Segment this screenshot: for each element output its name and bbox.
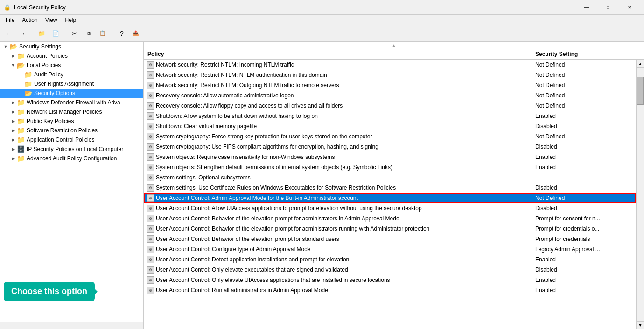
tree-expand-account-policies[interactable]: ▶ [9,52,17,60]
policy-row[interactable]: ⚙System objects: Strengthen default perm… [144,162,636,172]
policy-row[interactable]: ⚙System objects: Require case insensitiv… [144,152,636,162]
copy-button[interactable]: ⧉ [82,27,95,40]
policy-row[interactable]: ⚙System cryptography: Use FIPS compliant… [144,142,636,152]
toolbar-sep-1 [32,28,32,39]
policy-name: Shutdown: Clear virtual memory pagefile [155,123,532,130]
minimize-button[interactable]: — [576,0,597,15]
maximize-button[interactable]: □ [597,0,619,15]
policy-icon: ⚙ [146,215,155,222]
setting-column-header: Security Setting [532,51,634,57]
forward-button[interactable]: → [16,27,29,40]
policy-row[interactable]: ⚙User Account Control: Only elevate exec… [144,265,636,275]
tree-expand-ip-security[interactable]: ▶ [9,145,17,153]
policy-icon-img: ⚙ [147,174,154,181]
policy-row[interactable]: ⚙Network security: Restrict NTLM: Outgoi… [144,80,636,90]
policy-icon-img: ⚙ [147,276,154,284]
tree-label-audit-policy: Audit Policy [34,71,63,78]
tree-label-windows-defender: Windows Defender Firewall with Adva [27,99,120,106]
policy-icon: ⚙ [146,143,155,151]
export-button[interactable]: 📄 [49,27,62,40]
policy-row[interactable]: ⚙Network security: Restrict NTLM: Incomi… [144,60,636,70]
title-bar: 🔒 Local Security Policy — □ ✕ [0,0,644,15]
help-button[interactable]: ? [115,27,128,40]
tree-expand-public-key[interactable]: ▶ [9,117,17,125]
policy-row[interactable]: ⚙User Account Control: Allow UIAccess ap… [144,203,636,213]
policy-row[interactable]: ⚙User Account Control: Configure type of… [144,244,636,254]
paste-button[interactable]: 📋 [96,27,109,40]
tree-item-advanced-audit[interactable]: ▶📁Advanced Audit Policy Configuration [0,154,143,163]
tree-expand-audit-policy[interactable] [17,71,24,78]
menu-view[interactable]: View [42,16,61,24]
tree-container: ▼📂Security Settings▶📁Account Policies▼📂L… [0,42,143,163]
tree-item-account-policies[interactable]: ▶📁Account Policies [0,51,143,61]
scrollbar-up-arrow[interactable]: ▲ [637,60,644,68]
policy-row[interactable]: ⚙Shutdown: Clear virtual memory pagefile… [144,121,636,131]
tree-expand-security-options[interactable] [17,89,24,97]
menu-action[interactable]: Action [18,16,41,24]
tree-item-ip-security[interactable]: ▶🗄️IP Security Policies on Local Compute… [0,144,143,154]
policy-row[interactable]: ⚙User Account Control: Detect applicatio… [144,254,636,265]
policy-row[interactable]: ⚙Recovery console: Allow automatic admin… [144,90,636,101]
right-scrollbar[interactable]: ▲ ▼ [636,60,644,329]
policy-row[interactable]: ⚙User Account Control: Run all administr… [144,285,636,295]
policy-name: User Account Control: Behavior of the el… [155,236,532,242]
policy-row[interactable]: ⚙System settings: Use Certificate Rules … [144,183,636,193]
tree-item-user-rights[interactable]: 📁User Rights Assignment [0,79,143,89]
policy-name: System cryptography: Use FIPS compliant … [155,144,532,150]
policy-row[interactable]: ⚙User Account Control: Behavior of the e… [144,234,636,244]
back-button[interactable]: ← [2,27,15,40]
policy-icon: ⚙ [146,102,155,110]
tree-item-windows-defender[interactable]: ▶📁Windows Defender Firewall with Adva [0,98,143,107]
tree-expand-app-control[interactable]: ▶ [9,136,17,144]
title-bar-text: Local Security Policy [14,4,576,11]
tooltip-bubble[interactable]: Choose this option [4,282,95,301]
policy-icon-img: ⚙ [147,143,154,151]
tree-horizontal-scrollbar[interactable] [0,322,143,329]
scrollbar-down-arrow[interactable]: ▼ [637,321,644,329]
tree-item-security-settings[interactable]: ▼📂Security Settings [0,42,143,51]
policy-icon: ⚙ [146,205,155,212]
policy-row[interactable]: ⚙Network security: Restrict NTLM: NTLM a… [144,70,636,80]
tree-expand-local-policies[interactable]: ▼ [9,62,17,69]
toolbar: ← → 📁 📄 ✂ ⧉ 📋 ? 📤 [0,25,644,42]
tree-item-local-policies[interactable]: ▼📂Local Policies [0,61,143,70]
tree-expand-advanced-audit[interactable]: ▶ [9,155,17,162]
close-button[interactable]: ✕ [619,0,640,15]
menu-help[interactable]: Help [61,16,80,24]
import-button[interactable]: 📤 [129,27,142,40]
folder-button[interactable]: 📁 [35,27,48,40]
tree-item-app-control[interactable]: ▶📁Application Control Policies [0,135,143,144]
policy-row[interactable]: ⚙User Account Control: Behavior of the e… [144,224,636,234]
tree-item-security-options[interactable]: 📂Security Options [0,89,143,98]
cut-button[interactable]: ✂ [68,27,81,40]
tree-expand-security-settings[interactable]: ▼ [2,43,9,50]
tree-expand-software-restriction[interactable]: ▶ [9,127,17,134]
scrollbar-track[interactable] [637,68,644,321]
tree-expand-user-rights[interactable] [17,80,24,88]
policy-row[interactable]: ⚙Shutdown: Allow system to be shut down … [144,111,636,121]
policy-row[interactable]: ⚙User Account Control: Behavior of the e… [144,213,636,224]
tree-item-network-list[interactable]: ▶📁Network List Manager Policies [0,107,143,117]
policy-icon: ⚙ [146,112,155,120]
tree-item-audit-policy[interactable]: 📁Audit Policy [0,70,143,79]
tree-item-software-restriction[interactable]: ▶📁Software Restriction Policies [0,126,143,135]
policy-column-header: Policy [146,51,532,57]
policy-icon-img: ⚙ [147,61,154,69]
menu-file[interactable]: File [2,16,18,24]
policy-row[interactable]: ⚙User Account Control: Admin Approval Mo… [144,193,636,203]
policy-row[interactable]: ⚙Recovery console: Allow floppy copy and… [144,101,636,111]
policy-list[interactable]: ⚙Network security: Restrict NTLM: Incomi… [144,60,636,329]
policy-row[interactable]: ⚙System settings: Optional subsystems [144,172,636,183]
tree-item-public-key[interactable]: ▶📁Public Key Policies [0,117,143,126]
tree-icon-software-restriction: 📁 [17,127,25,134]
tree-icon-audit-policy: 📁 [24,71,33,78]
tree-expand-windows-defender[interactable]: ▶ [9,99,17,106]
policy-value: Disabled [532,267,634,273]
policy-icon-img: ⚙ [147,205,154,212]
scrollbar-thumb[interactable] [637,77,644,105]
tree-expand-network-list[interactable]: ▶ [9,108,17,116]
policy-icon-img: ⚙ [147,194,154,202]
policy-row[interactable]: ⚙User Account Control: Only elevate UIAc… [144,275,636,285]
policy-row[interactable]: ⚙System cryptography: Force strong key p… [144,131,636,142]
policy-icon-img: ⚙ [147,153,154,161]
